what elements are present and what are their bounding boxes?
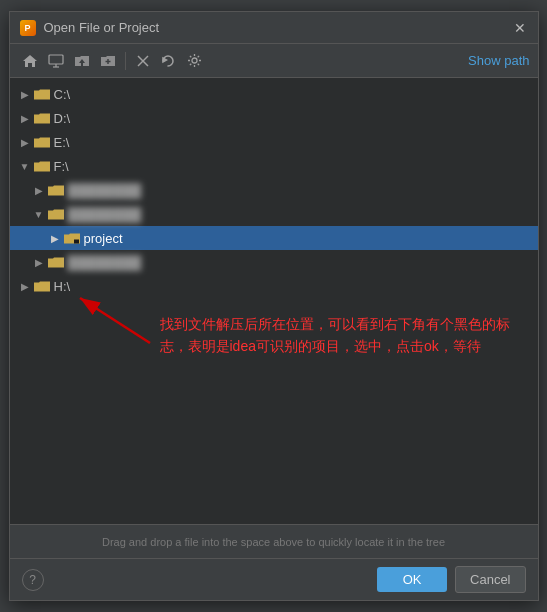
home-button[interactable] bbox=[18, 49, 42, 73]
folder-up-button[interactable] bbox=[70, 49, 94, 73]
refresh-button[interactable] bbox=[157, 49, 181, 73]
settings-button[interactable] bbox=[183, 49, 207, 73]
toolbar-separator bbox=[125, 52, 126, 70]
tree-item-e[interactable]: ▶ E:\ bbox=[10, 130, 538, 154]
tree-arrow-project: ▶ bbox=[48, 231, 62, 245]
tree-label-h: H:\ bbox=[54, 279, 71, 294]
tree-label-e: E:\ bbox=[54, 135, 70, 150]
computer-button[interactable] bbox=[44, 49, 68, 73]
folder-icon-c bbox=[34, 87, 50, 101]
tree-item-h[interactable]: ▶ H:\ bbox=[10, 274, 538, 298]
close-button[interactable]: ✕ bbox=[512, 20, 528, 36]
tree-item-c[interactable]: ▶ C:\ bbox=[10, 82, 538, 106]
svg-line-17 bbox=[198, 56, 199, 57]
title-bar: P Open File or Project ✕ bbox=[10, 12, 538, 44]
folder-icon-f3 bbox=[48, 255, 64, 269]
bottom-bar: ? OK Cancel bbox=[10, 558, 538, 600]
svg-rect-19 bbox=[74, 240, 79, 244]
svg-rect-1 bbox=[49, 55, 63, 64]
folder-icon-f2 bbox=[48, 207, 64, 221]
file-tree[interactable]: ▶ C:\ ▶ D:\ ▶ bbox=[10, 78, 538, 524]
folder-icon-f1 bbox=[48, 183, 64, 197]
tree-item-d[interactable]: ▶ D:\ bbox=[10, 106, 538, 130]
folder-icon-f bbox=[34, 159, 50, 173]
dnd-hint: Drag and drop a file into the space abov… bbox=[10, 524, 538, 558]
tree-label-d: D:\ bbox=[54, 111, 71, 126]
annotation-text: 找到文件解压后所在位置，可以看到右下角有个黑色的标志，表明是idea可识别的项目… bbox=[160, 313, 523, 358]
tree-item-project[interactable]: ▶ project bbox=[10, 226, 538, 250]
svg-line-18 bbox=[190, 64, 191, 65]
annotation-area: 找到文件解压后所在位置，可以看到右下角有个黑色的标志，表明是idea可识别的项目… bbox=[10, 298, 538, 418]
new-folder-button[interactable] bbox=[96, 49, 120, 73]
tree-arrow-f: ▼ bbox=[18, 159, 32, 173]
tree-arrow-h: ▶ bbox=[18, 279, 32, 293]
app-icon: P bbox=[20, 20, 36, 36]
folder-icon-h bbox=[34, 279, 50, 293]
tree-arrow-e: ▶ bbox=[18, 135, 32, 149]
delete-button[interactable] bbox=[131, 49, 155, 73]
toolbar: Show path bbox=[10, 44, 538, 78]
svg-marker-0 bbox=[23, 55, 37, 67]
tree-label-f: F:\ bbox=[54, 159, 69, 174]
open-file-dialog: P Open File or Project ✕ bbox=[9, 11, 539, 601]
folder-icon-d bbox=[34, 111, 50, 125]
tree-arrow-f2: ▼ bbox=[32, 207, 46, 221]
tree-arrow-f1: ▶ bbox=[32, 183, 46, 197]
svg-line-16 bbox=[198, 64, 199, 65]
tree-label-f1: ████████ bbox=[68, 183, 142, 198]
tree-item-f1[interactable]: ▶ ████████ bbox=[10, 178, 538, 202]
tree-label-f3: ████████ bbox=[68, 255, 142, 270]
folder-icon-project bbox=[64, 231, 80, 245]
svg-point-10 bbox=[192, 58, 197, 63]
tree-item-f2[interactable]: ▼ ████████ bbox=[10, 202, 538, 226]
svg-line-21 bbox=[80, 298, 150, 343]
tree-arrow-c: ▶ bbox=[18, 87, 32, 101]
tree-label-f2: ████████ bbox=[68, 207, 142, 222]
ok-button[interactable]: OK bbox=[377, 567, 447, 592]
svg-marker-9 bbox=[163, 58, 167, 62]
tree-item-f3[interactable]: ▶ ████████ bbox=[10, 250, 538, 274]
help-button[interactable]: ? bbox=[22, 569, 44, 591]
show-path-button[interactable]: Show path bbox=[468, 53, 529, 68]
tree-arrow-f3: ▶ bbox=[32, 255, 46, 269]
folder-icon-e bbox=[34, 135, 50, 149]
tree-item-f[interactable]: ▼ F:\ bbox=[10, 154, 538, 178]
tree-label-c: C:\ bbox=[54, 87, 71, 102]
dialog-title: Open File or Project bbox=[44, 20, 160, 35]
title-bar-left: P Open File or Project bbox=[20, 20, 160, 36]
tree-label-project: project bbox=[84, 231, 123, 246]
svg-line-15 bbox=[190, 56, 191, 57]
cancel-button[interactable]: Cancel bbox=[455, 566, 525, 593]
tree-arrow-d: ▶ bbox=[18, 111, 32, 125]
